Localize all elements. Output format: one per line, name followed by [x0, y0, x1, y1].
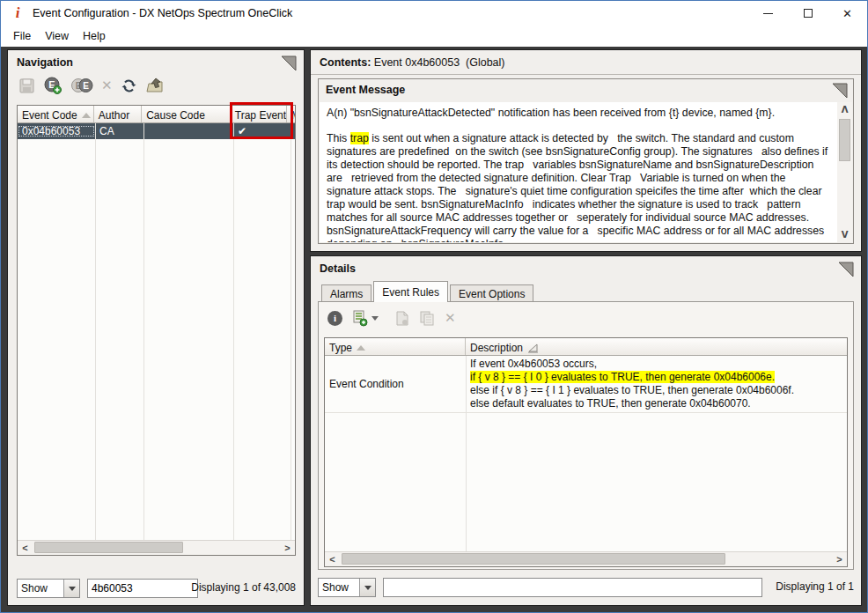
- import-folder-icon[interactable]: [145, 76, 165, 95]
- menu-help[interactable]: Help: [76, 27, 113, 45]
- contents-panel: Contents: Event 0x4b60053 (Global) Event…: [310, 49, 862, 252]
- close-icon: ✕: [842, 7, 852, 20]
- event-message-box: Event Message A(n) "bsnSignatureAttackDe…: [318, 78, 854, 244]
- message-paragraph-1: A(n) "bsnSignatureAttackDetected" notifi…: [327, 107, 829, 120]
- collapse-triangle-icon[interactable]: [838, 262, 854, 280]
- event-rules-tab-panel: i ✕ Type: [318, 301, 854, 570]
- details-tabs: Alarms Event Rules Event Options: [321, 281, 535, 302]
- cell-author: CA: [95, 125, 143, 137]
- menu-view[interactable]: View: [38, 27, 76, 45]
- message-vscrollbar[interactable]: ᐱ ᐯ: [837, 102, 852, 242]
- highlighted-term: trap: [350, 132, 369, 144]
- title-bar: i Event Configuration - DX NetOps Spectr…: [1, 1, 867, 26]
- collapse-triangle-icon[interactable]: [832, 83, 848, 101]
- show-dropdown-nav-value: Show: [18, 580, 63, 597]
- hscroll-thumb[interactable]: [342, 553, 725, 565]
- scroll-left-icon[interactable]: <: [325, 552, 340, 566]
- navigation-panel: Navigation E EE ✕: [7, 49, 305, 606]
- event-message-text-area[interactable]: A(n) "bsnSignatureAttackDetected" notifi…: [320, 102, 852, 242]
- event-message-title: Event Message: [319, 79, 853, 100]
- maximize-button[interactable]: [788, 1, 828, 26]
- app-logo-icon: i: [10, 5, 26, 21]
- navigation-panel-title: Navigation: [8, 50, 304, 72]
- rules-table: Type Description Event Condition If even…: [324, 337, 848, 567]
- delete-rule-icon[interactable]: ✕: [445, 308, 456, 328]
- maximize-icon: [804, 9, 813, 18]
- vscroll-thumb[interactable]: [839, 119, 850, 161]
- create-event-icon[interactable]: E: [43, 76, 63, 95]
- scroll-left-icon[interactable]: <: [18, 541, 33, 555]
- add-rule-icon[interactable]: [351, 308, 379, 328]
- details-title: Details: [311, 256, 861, 278]
- dropdown-arrow-icon[interactable]: [63, 580, 79, 597]
- show-dropdown-details-value: Show: [319, 579, 359, 596]
- info-icon[interactable]: i: [327, 311, 342, 326]
- tab-event-options[interactable]: Event Options: [450, 284, 533, 302]
- rule-row[interactable]: Event Condition If event 0x4b60053 occur…: [325, 356, 847, 413]
- cell-event-code: 0x04b60053: [18, 125, 95, 137]
- add-rule-dropdown-icon[interactable]: [371, 316, 379, 321]
- minimize-icon: [763, 13, 773, 14]
- collapse-triangle-icon[interactable]: [281, 55, 297, 74]
- details-panel: Details Alarms Event Rules Event Options…: [310, 255, 862, 606]
- displaying-status-details: Displaying 1 of 1: [776, 580, 854, 593]
- svg-text:E: E: [83, 81, 89, 91]
- rules-hscrollbar[interactable]: < >: [325, 551, 847, 566]
- event-table: Event Code Author Cause Code Trap Event …: [17, 105, 296, 556]
- contents-label: Contents:: [320, 56, 371, 69]
- column-header-event-code[interactable]: Event Code: [18, 106, 94, 122]
- scroll-right-icon[interactable]: >: [832, 552, 847, 566]
- rule-description-cell: If event 0x4b60053 occurs, if { v 8 } ==…: [466, 356, 847, 412]
- menu-file[interactable]: File: [6, 27, 38, 45]
- window-title: Event Configuration - DX NetOps Spectrum…: [33, 7, 292, 19]
- save-icon[interactable]: [18, 76, 35, 95]
- hscroll-thumb[interactable]: [34, 542, 183, 553]
- message-paragraph-2: This trap is sent out when a signature a…: [327, 132, 829, 242]
- rule-line-1: If event 0x4b60053 occurs,: [470, 358, 842, 371]
- rule-type-cell: Event Condition: [325, 356, 466, 412]
- column-header-author[interactable]: Author: [94, 106, 142, 122]
- sort-secondary-icon: [527, 343, 539, 353]
- show-dropdown-nav[interactable]: Show: [17, 579, 80, 598]
- trap-event-annotation-box: [230, 102, 293, 139]
- tab-event-rules[interactable]: Event Rules: [373, 281, 448, 302]
- copy-rule-icon[interactable]: [419, 308, 436, 328]
- filter-input-nav[interactable]: [87, 579, 198, 598]
- rule-line-2-highlighted: if { v 8 } == { I 0 } evaluates to TRUE,…: [470, 371, 775, 383]
- rule-line-3: else if { v 8 } == { I 1 } evaluates to …: [470, 384, 842, 397]
- main-content: Navigation E EE ✕: [1, 47, 867, 612]
- sort-ascending-icon: [357, 345, 365, 351]
- contents-header: Contents: Event 0x4b60053 (Global): [311, 50, 861, 75]
- column-header-type[interactable]: Type: [325, 338, 466, 355]
- menu-bar: File View Help: [1, 26, 867, 47]
- minimize-button[interactable]: [748, 1, 788, 26]
- delete-event-icon[interactable]: ✕: [101, 76, 113, 95]
- scroll-right-icon[interactable]: >: [280, 541, 295, 555]
- edit-rule-icon[interactable]: [394, 308, 410, 328]
- navigation-toolbar: E EE ✕: [8, 72, 304, 100]
- navigation-hscrollbar[interactable]: < >: [18, 540, 295, 555]
- contents-value: Event 0x4b60053 (Global): [371, 56, 504, 69]
- dropdown-arrow-icon[interactable]: [359, 579, 375, 596]
- refresh-icon[interactable]: [121, 76, 137, 95]
- displaying-status-nav: Displaying 1 of 43,008: [191, 581, 296, 594]
- column-header-description[interactable]: Description: [466, 338, 847, 355]
- sort-ascending-icon: [82, 113, 91, 118]
- scroll-down-icon[interactable]: ᐯ: [838, 227, 852, 242]
- rules-toolbar: i ✕: [319, 302, 853, 333]
- column-header-cause-code[interactable]: Cause Code: [142, 106, 231, 122]
- filter-input-details[interactable]: [383, 578, 762, 597]
- scroll-up-icon[interactable]: ᐱ: [838, 102, 852, 117]
- tab-alarms[interactable]: Alarms: [321, 284, 371, 302]
- show-dropdown-details[interactable]: Show: [318, 578, 376, 597]
- rule-line-4: else default evaluates to TRUE, then gen…: [470, 397, 842, 410]
- app-window: i Event Configuration - DX NetOps Spectr…: [0, 0, 868, 613]
- rules-table-header: Type Description: [325, 338, 847, 356]
- close-button[interactable]: ✕: [828, 1, 867, 26]
- copy-event-icon[interactable]: EE: [70, 76, 93, 95]
